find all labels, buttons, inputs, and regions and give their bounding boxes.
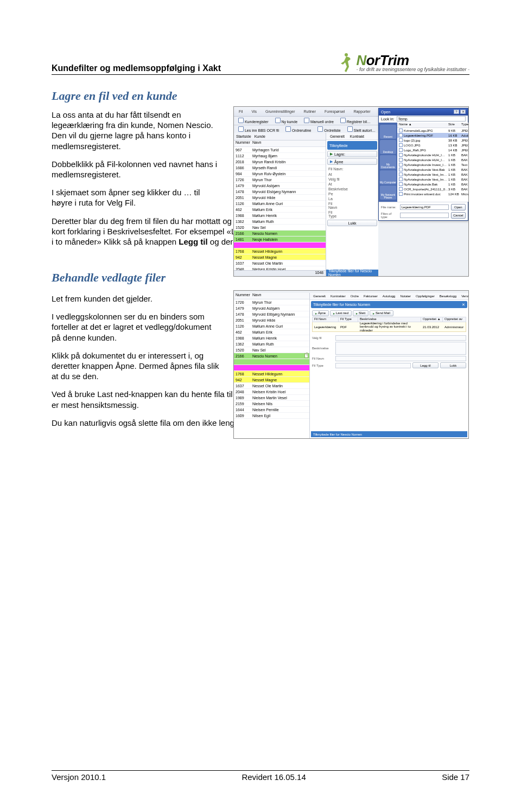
nortrim-logo: NorTrim - for drift av treningssentere o… (336, 52, 469, 73)
footer-version: Versjon 2010.1 (52, 772, 106, 782)
logo-text: NorTrim (356, 53, 469, 67)
filetype-input[interactable] (400, 213, 449, 218)
section-1-title: Lagre en fil ved en kunde (52, 89, 469, 103)
sec2-p2: I vedleggskolonnen ser du en binders som… (52, 311, 221, 343)
footer-page: Side 17 (442, 772, 469, 782)
logo-subtitle: - for drift av treningssentere og fysika… (356, 67, 469, 72)
sec1-p2: Dobbelklikk på Fil-kolonnen ved navnet h… (52, 159, 221, 180)
screenshot-open-file: FilVisGrunninnstillingerRutinerForespørs… (233, 106, 469, 277)
cancel-button[interactable]: Cancel (451, 212, 466, 219)
screenshot-attached-files: NummerNavn 1726Myrun Thor1479Myrvold Asb… (233, 290, 469, 439)
open-file-dialog: Open ?✕ Look in: RecentDesktopMy Documen… (378, 108, 468, 221)
close-icon[interactable]: ✕ (460, 110, 466, 114)
sec2-p3: Klikk på dokumentet du er interessert i,… (52, 350, 221, 382)
sec1-p1: La oss anta at du har fått tilsendt en l… (52, 110, 221, 151)
page-footer: Versjon 2010.1 Revidert 16.05.14 Side 17 (52, 770, 469, 782)
help-icon[interactable]: ? (454, 110, 459, 114)
sec1-p3: I skjemaet som åpner seg klikker du … ti… (52, 187, 221, 208)
logo-runner-icon (336, 52, 353, 73)
leggtil-button[interactable]: Legg til (412, 362, 439, 368)
lookin-combo[interactable] (397, 116, 466, 122)
header-title: Kundefilter og medlemsoppfølging i Xakt (52, 63, 221, 73)
filename-input[interactable] (400, 204, 449, 210)
close-icon[interactable]: ✕ (462, 303, 465, 307)
sec2-p1: Let frem kunden det gjelder. (52, 293, 221, 304)
svg-point-0 (345, 53, 348, 56)
lukk-button[interactable]: Lukk (440, 362, 466, 368)
page-header: Kundefilter og medlemsoppfølging i Xakt … (52, 52, 469, 75)
open-button[interactable]: Open (451, 204, 466, 210)
footer-revised: Revidert 16.05.14 (242, 772, 306, 782)
